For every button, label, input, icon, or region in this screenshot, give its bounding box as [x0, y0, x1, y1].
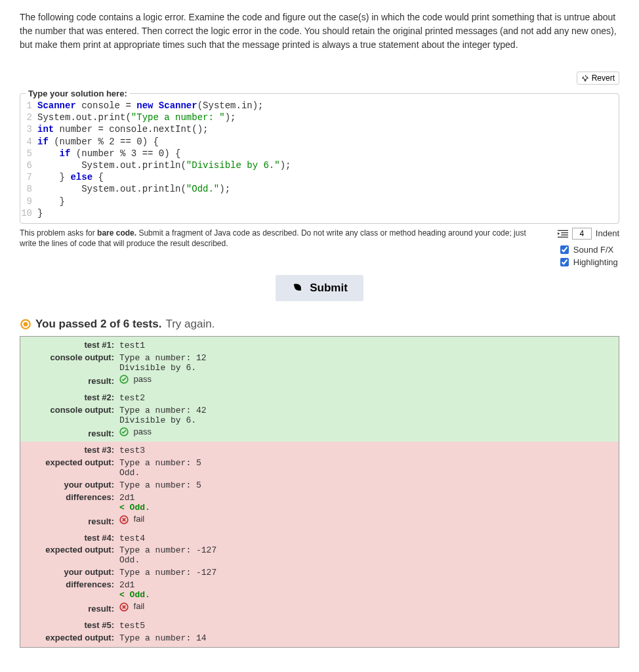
recycle-icon [581, 74, 589, 82]
row-value: Type a number: 5 Odd. [119, 459, 201, 478]
fail-icon [119, 602, 129, 612]
svg-rect-1 [561, 232, 568, 233]
revert-button[interactable]: Revert [577, 72, 619, 85]
passed-count: You passed 2 of 6 tests. [35, 318, 161, 331]
row-label: expected output: [24, 633, 119, 642]
code-line[interactable]: int number = console.nextInt(); [37, 123, 208, 135]
row-value: 2d1 < Odd. [119, 494, 150, 513]
row-label: expected output: [24, 545, 119, 555]
indent-label: Indent [596, 228, 619, 238]
submit-label: Submit [310, 282, 348, 295]
row-value: test1 [119, 341, 145, 351]
rocket-icon [291, 282, 303, 294]
pass-icon [119, 427, 129, 436]
line-number: 4 [20, 136, 37, 148]
code-line[interactable]: } else { [37, 171, 104, 183]
test-block: test #2:test2console output:Type a numbe… [20, 389, 619, 442]
sound-fx-label: Sound F/X [573, 245, 613, 255]
row-value: test5 [119, 621, 145, 631]
line-number: 2 [20, 112, 37, 123]
row-value: 2d1 < Odd. [119, 581, 150, 600]
code-editor[interactable]: 1Scanner console = new Scanner(System.in… [20, 98, 619, 223]
pass-icon [119, 375, 129, 384]
row-label: result: [24, 516, 119, 526]
row-value: Type a number: 14 [119, 634, 207, 644]
row-value: Type a number: 42 Divisible by 6. [119, 406, 207, 426]
row-label: test #4: [24, 533, 119, 543]
line-number: 10 [20, 207, 37, 219]
row-label: result: [24, 429, 119, 438]
test-block: test #1:test1console output:Type a numbe… [20, 337, 619, 389]
row-label: test #5: [24, 620, 119, 630]
sound-fx-checkbox[interactable] [560, 245, 569, 254]
row-label: result: [24, 604, 119, 614]
code-line[interactable]: System.out.print("Type a number: "); [37, 112, 236, 123]
code-line[interactable]: } [37, 207, 43, 219]
test-status: You passed 2 of 6 tests. Try again. [20, 318, 619, 331]
svg-point-5 [24, 323, 28, 326]
submit-button[interactable]: Submit [276, 275, 363, 301]
row-label: console output: [24, 352, 119, 362]
line-number: 3 [20, 123, 37, 135]
line-number: 9 [20, 196, 37, 207]
code-line[interactable]: System.out.println("Divisible by 6."); [37, 159, 291, 171]
line-number: 1 [20, 100, 37, 112]
row-label: test #1: [24, 340, 119, 350]
row-label: test #2: [24, 392, 119, 402]
target-icon [20, 318, 31, 330]
row-value: Type a number: 12 Divisible by 6. [119, 354, 207, 373]
bare-code-hint: This problem asks for bare code. Submit … [20, 228, 545, 249]
test-block: test #4:test4expected output:Type a numb… [20, 530, 619, 617]
try-again: Try again. [165, 318, 215, 331]
code-line[interactable]: if (number % 3 == 0) { [37, 148, 180, 159]
row-label: differences: [24, 579, 119, 589]
svg-rect-2 [561, 234, 568, 235]
row-label: differences: [24, 492, 119, 502]
code-line[interactable]: } [37, 196, 65, 207]
line-number: 6 [20, 159, 37, 171]
result-value: pass [119, 427, 152, 437]
revert-label: Revert [592, 74, 615, 83]
row-value: Type a number: 5 [119, 481, 201, 491]
line-number: 5 [20, 148, 37, 159]
row-label: expected output: [24, 457, 119, 467]
highlighting-label: Highlighting [573, 257, 618, 267]
sound-fx-row[interactable]: Sound F/X [558, 243, 619, 256]
row-value: Type a number: -127 Odd. [119, 546, 216, 566]
result-value: pass [119, 375, 152, 385]
code-editor-fieldset: Type your solution here: 1Scanner consol… [20, 89, 619, 224]
fail-icon [119, 515, 129, 524]
row-value: test2 [119, 394, 145, 404]
row-label: your output: [24, 480, 119, 490]
result-value: fail [119, 514, 144, 524]
row-value: test4 [119, 534, 145, 544]
test-block: test #3:test3expected output:Type a numb… [20, 442, 619, 529]
svg-rect-0 [558, 230, 568, 231]
line-number: 8 [20, 183, 37, 195]
editor-legend: Type your solution here: [26, 89, 130, 98]
test-block: test #5:test5expected output:Type a numb… [20, 617, 619, 647]
row-label: test #3: [24, 445, 119, 455]
indent-icon [558, 229, 568, 238]
highlighting-row[interactable]: Highlighting [558, 256, 619, 268]
row-value: test3 [119, 446, 145, 456]
highlighting-checkbox[interactable] [560, 258, 569, 266]
row-label: console output: [24, 405, 119, 415]
row-label: result: [24, 376, 119, 386]
row-value: Type a number: -127 [119, 568, 216, 578]
code-line[interactable]: Scanner console = new Scanner(System.in)… [37, 100, 264, 112]
problem-description: The following code contains a logic erro… [20, 10, 619, 52]
code-line[interactable]: System.out.println("Odd."); [37, 183, 230, 195]
result-value: fail [119, 602, 144, 612]
test-results-table: test #1:test1console output:Type a numbe… [20, 336, 619, 648]
svg-rect-3 [558, 237, 568, 238]
line-number: 7 [20, 171, 37, 183]
indent-input[interactable] [572, 228, 592, 240]
row-label: your output: [24, 567, 119, 577]
code-line[interactable]: if (number % 2 == 0) { [37, 136, 159, 148]
